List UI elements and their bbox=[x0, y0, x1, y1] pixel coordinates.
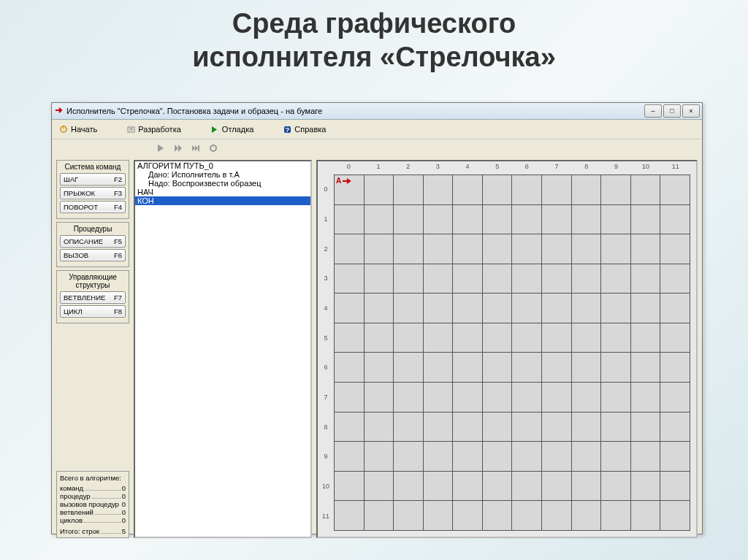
turn-button[interactable]: ПОВОРОТF4 bbox=[60, 201, 126, 213]
menu-start[interactable]: Начать bbox=[59, 125, 97, 134]
code-line: АЛГОРИТМ ПУТЬ_0 bbox=[135, 161, 310, 170]
call-button[interactable]: ВЫЗОВF6 bbox=[60, 249, 126, 261]
sidebar: Система команд ШАГF2 ПРЫЖОКF3 ПОВОРОТF4 … bbox=[56, 160, 129, 538]
stats-panel: Всего в алгоритме: команд0 процедур0 выз… bbox=[56, 471, 129, 538]
play-button[interactable] bbox=[154, 142, 167, 154]
describe-button[interactable]: ОПИСАНИЕF5 bbox=[60, 235, 126, 248]
fast-forward-button[interactable] bbox=[189, 142, 202, 154]
help-icon: ? bbox=[283, 125, 291, 134]
titlebar-text: Исполнитель "Стрелочка". Постановка зада… bbox=[66, 107, 322, 115]
stats-row: команд0 bbox=[60, 484, 126, 492]
menu-help[interactable]: ? Справка bbox=[283, 125, 326, 134]
stats-title: Всего в алгоритме: bbox=[60, 474, 126, 482]
stats-row: ветвлений0 bbox=[60, 508, 126, 516]
jump-button[interactable]: ПРЫЖОКF3 bbox=[60, 187, 126, 199]
titlebar: Исполнитель "Стрелочка". Постановка зада… bbox=[52, 103, 702, 120]
stop-button[interactable] bbox=[207, 142, 220, 154]
code-editor[interactable]: АЛГОРИТМ ПУТЬ_0 Дано: Исполнитель в т.А … bbox=[134, 160, 312, 538]
code-line-selected: КОН bbox=[135, 196, 310, 205]
step-forward-button[interactable] bbox=[172, 142, 185, 154]
stats-row: циклов0 bbox=[60, 516, 126, 524]
stats-row: процедур0 bbox=[60, 492, 126, 500]
dev-icon bbox=[126, 125, 135, 134]
procedures-label: Процедуры bbox=[60, 225, 126, 233]
agent-arrow-icon: А bbox=[336, 177, 352, 185]
grid-table: А bbox=[334, 174, 690, 531]
loop-button[interactable]: ЦИКЛF8 bbox=[60, 305, 126, 318]
stats-total: Итого: строк5 bbox=[60, 527, 126, 535]
app-icon bbox=[55, 106, 64, 116]
svg-point-5 bbox=[210, 145, 216, 151]
code-line: НАЧ bbox=[135, 188, 310, 196]
menu-dev[interactable]: Разработка bbox=[126, 125, 181, 134]
step-button[interactable]: ШАГF2 bbox=[60, 173, 126, 185]
commands-label: Система команд bbox=[60, 163, 126, 171]
structures-panel: Управляющие структуры ВЕТВЛЕНИЕF7 ЦИКЛF8 bbox=[56, 270, 129, 323]
svg-text:?: ? bbox=[286, 126, 290, 134]
play-icon bbox=[210, 125, 219, 134]
app-window: Исполнитель "Стрелочка". Постановка зада… bbox=[51, 102, 703, 534]
maximize-button[interactable]: □ bbox=[663, 104, 681, 118]
code-line: Надо: Воспроизвести образец bbox=[135, 179, 310, 188]
coord-top: 01234567891011 bbox=[334, 163, 690, 173]
svg-rect-4 bbox=[198, 145, 199, 151]
minimize-button[interactable]: – bbox=[644, 104, 662, 118]
start-icon bbox=[59, 125, 68, 134]
commands-panel: Система команд ШАГF2 ПРЫЖОКF3 ПОВОРОТF4 bbox=[56, 160, 129, 219]
menu-debug[interactable]: Отладка bbox=[210, 125, 253, 134]
coord-left: 01234567891011 bbox=[321, 174, 331, 531]
playback-toolbar bbox=[52, 139, 702, 157]
slide-title: Среда графического исполнителя «Стрелочк… bbox=[0, 0, 748, 78]
code-line: Дано: Исполнитель в т.А bbox=[135, 170, 310, 179]
menubar: Начать Разработка Отладка ? Справка bbox=[52, 120, 702, 139]
procedures-panel: Процедуры ОПИСАНИЕF5 ВЫЗОВF6 bbox=[56, 222, 129, 267]
stats-row: вызовов процедур0 bbox=[60, 500, 126, 508]
close-button[interactable]: × bbox=[682, 104, 700, 118]
branch-button[interactable]: ВЕТВЛЕНИЕF7 bbox=[60, 291, 126, 304]
grid-field[interactable]: 01234567891011 01234567891011 А bbox=[316, 160, 698, 538]
structures-label: Управляющие структуры bbox=[60, 273, 126, 289]
